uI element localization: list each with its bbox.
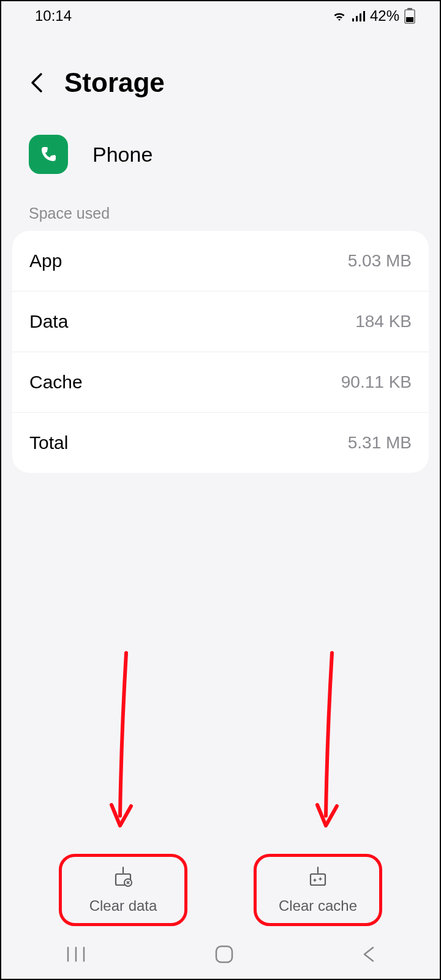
- app-name: Phone: [92, 143, 153, 167]
- status-bar: 10:14 42%: [1, 1, 440, 31]
- status-right: 42%: [332, 7, 415, 24]
- svg-rect-0: [352, 18, 354, 21]
- clear-data-label: Clear data: [89, 897, 157, 914]
- storage-card: App 5.03 MB Data 184 KB Cache 90.11 KB T…: [12, 231, 429, 473]
- broom-icon: [111, 865, 135, 891]
- row-data: Data 184 KB: [12, 291, 429, 352]
- home-icon[interactable]: [214, 944, 235, 965]
- battery-icon: [404, 8, 415, 24]
- row-cache: Cache 90.11 KB: [12, 352, 429, 412]
- signal-icon: [352, 10, 365, 22]
- section-label-space-used: Space used: [1, 205, 440, 231]
- bottom-actions: Clear data Clear cache: [1, 854, 440, 926]
- row-data-label: Data: [29, 311, 68, 332]
- recents-icon[interactable]: [64, 945, 88, 963]
- svg-rect-3: [363, 11, 365, 21]
- svg-rect-1: [356, 16, 358, 21]
- back-icon[interactable]: [29, 70, 46, 95]
- row-total-value: 5.31 MB: [348, 433, 412, 453]
- svg-rect-11: [216, 946, 232, 962]
- header: Storage: [1, 31, 440, 116]
- svg-rect-6: [406, 17, 413, 22]
- arrow-annotation-icon: [314, 650, 344, 834]
- arrow-annotation-icon: [108, 650, 138, 834]
- app-row: Phone: [1, 116, 440, 205]
- wifi-icon: [332, 10, 347, 22]
- phone-app-icon: [29, 135, 68, 174]
- broom-sparkle-icon: [306, 865, 330, 891]
- row-total: Total 5.31 MB: [12, 412, 429, 473]
- nav-back-icon[interactable]: [361, 945, 377, 963]
- row-cache-value: 90.11 KB: [341, 372, 412, 392]
- nav-bar: [1, 930, 440, 979]
- row-cache-label: Cache: [29, 372, 83, 393]
- status-time: 10:14: [35, 7, 72, 24]
- battery-percentage: 42%: [370, 7, 399, 24]
- row-total-label: Total: [29, 432, 68, 453]
- row-data-value: 184 KB: [355, 312, 412, 331]
- clear-cache-button[interactable]: Clear cache: [254, 854, 382, 926]
- page-title: Storage: [64, 67, 165, 98]
- row-app-label: App: [29, 251, 62, 271]
- svg-rect-2: [360, 13, 361, 21]
- row-app-value: 5.03 MB: [348, 251, 412, 271]
- row-app: App 5.03 MB: [12, 231, 429, 291]
- clear-data-button[interactable]: Clear data: [59, 854, 187, 926]
- clear-cache-label: Clear cache: [279, 897, 357, 914]
